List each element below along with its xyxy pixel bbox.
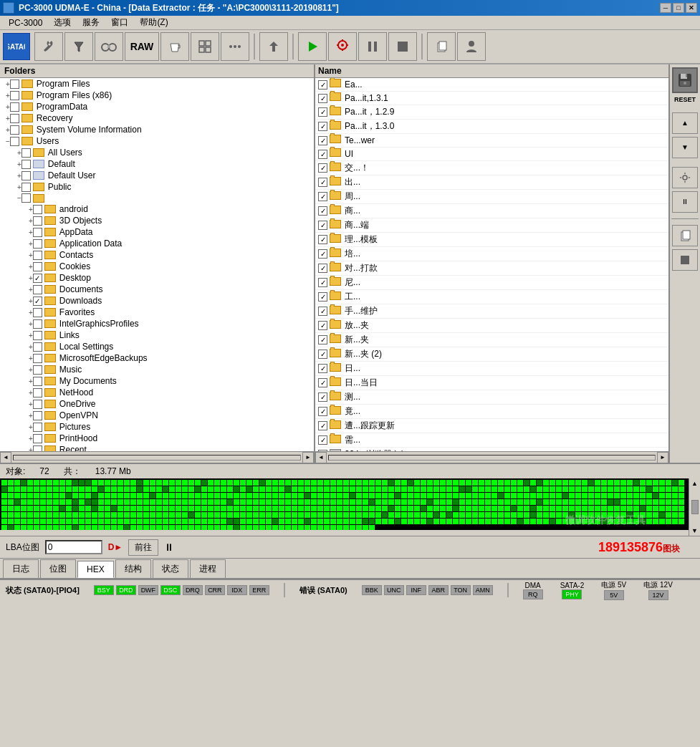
file-row[interactable]: UI [315,148,668,161]
close-button[interactable]: ✕ [686,3,697,13]
cursor-button[interactable] [328,32,357,61]
minimize-button[interactable]: ─ [660,3,671,13]
tab-structure[interactable]: 结构 [115,559,151,578]
right-down-button[interactable]: ▼ [672,137,698,158]
tab-log[interactable]: 日志 [3,559,39,578]
tree-checkbox[interactable] [33,434,42,443]
file-row[interactable]: 工... [315,290,668,304]
file-row[interactable]: 出... [315,175,668,190]
file-row[interactable]: 日...当日 [315,376,668,390]
tree-item-music[interactable]: + Music [0,364,314,375]
file-checkbox[interactable] [318,364,327,373]
file-list[interactable]: Ea...Pa...it,1.3.1Pa...it，1.2.9Pa...it，1… [315,78,668,451]
file-row[interactable]: 日... [315,362,668,376]
file-checkbox[interactable] [318,321,327,330]
file-checkbox[interactable] [318,94,327,103]
folder-tree[interactable]: + Program Files + Program Files (x86) + … [0,78,314,451]
tree-item-favorites[interactable]: + Favorites [0,307,314,318]
file-checkbox[interactable] [318,335,327,344]
file-checkbox[interactable] [318,392,327,402]
file-checkbox[interactable] [318,178,327,187]
pc3000-menu[interactable]: PC-3000 [3,16,48,29]
tree-checkbox-checked[interactable] [33,297,42,306]
tree-item-default[interactable]: + Default [0,158,314,170]
tab-progress[interactable]: 进程 [190,559,226,578]
disk-button[interactable] [672,67,698,93]
file-row[interactable]: 交...！ [315,161,668,175]
file-row[interactable]: 新...夹 [315,333,668,347]
file-row[interactable]: Te...wer [315,134,668,148]
tree-item-sysvolinfo[interactable]: + System Volume Information [0,124,314,135]
tree-checkbox[interactable] [33,228,42,237]
right-up-button[interactable]: ▲ [672,112,698,134]
tree-checkbox[interactable] [33,205,42,214]
file-checkbox[interactable] [318,235,327,244]
tree-item-nethood[interactable]: + NetHood [0,387,314,398]
file-horizontal-scrollbar[interactable]: ◄ ► [315,451,668,463]
tree-item-mydocs[interactable]: + My Documents [0,375,314,387]
tree-checkbox-checked[interactable] [33,274,42,283]
lba-input[interactable] [45,540,102,554]
tree-item-intelgraphics[interactable]: + IntelGraphicsProfiles [0,318,314,329]
pause-button[interactable] [358,32,387,61]
options-menu[interactable]: 选项 [48,15,77,30]
file-checkbox[interactable] [318,136,327,145]
upload-button[interactable] [259,32,288,61]
right-settings-button[interactable] [672,167,698,188]
lba-goto-button[interactable]: 前往 [128,539,158,556]
tree-item-allusers[interactable]: + All Users [0,147,314,158]
file-row[interactable]: 理...模板 [315,233,668,247]
file-row[interactable]: 培... [315,247,668,261]
file-checkbox[interactable] [318,206,327,216]
right-stop-button[interactable] [672,249,698,271]
tree-item-openvpn[interactable]: + OpenVPN [0,410,314,421]
tree-item-recent[interactable]: + Recent [0,444,314,451]
file-row[interactable]: 新...夹 (2) [315,347,668,362]
tree-checkbox[interactable] [33,400,42,409]
tree-item-program-files-x86[interactable]: + Program Files (x86) [0,90,314,101]
file-row[interactable]: 对...打款 [315,261,668,276]
tree-checkbox[interactable] [33,308,42,317]
tree-checkbox[interactable] [33,331,42,340]
file-checkbox[interactable] [318,249,327,259]
file-row[interactable]: 竟... [315,405,668,419]
tab-bitmap[interactable]: 位图 [40,559,76,578]
tree-checkbox[interactable] [33,411,42,420]
tree-item-downloads[interactable]: + Downloads [0,295,314,307]
play-button[interactable] [298,32,327,61]
file-checkbox[interactable] [318,435,327,445]
wrench-button[interactable] [34,32,63,61]
file-row[interactable]: 遭...跟踪更新 [315,419,668,433]
file-row[interactable]: Pa...it,1.3.1 [315,92,668,105]
tree-checkbox[interactable] [33,423,42,432]
file-row[interactable]: 放...夹 [315,319,668,333]
tree-item-application-data[interactable]: + Application Data [0,238,314,249]
file-checkbox[interactable] [318,307,327,316]
tree-item-programdata[interactable]: + ProgramData [0,101,314,112]
file-checkbox[interactable] [318,192,327,201]
tree-checkbox[interactable] [33,388,42,397]
tree-item-cookies[interactable]: + Cookies [0,261,314,272]
tree-checkbox[interactable] [21,183,31,192]
tree-checkbox[interactable] [33,342,42,352]
file-row[interactable]: 需... [315,433,668,448]
tree-item-pictures[interactable]: + Pictures [0,421,314,433]
file-checkbox[interactable] [318,122,327,131]
file-checkbox[interactable] [318,221,327,230]
tree-item-msedgebackups[interactable]: + MicrosoftEdgeBackups [0,352,314,364]
tree-checkbox[interactable] [33,216,42,226]
raw-button[interactable]: RAW [125,32,159,61]
tree-item-android[interactable]: + android [0,203,314,215]
file-row[interactable]: 周... [315,190,668,204]
tree-checkbox[interactable] [33,239,42,249]
file-row[interactable]: Pa...it，1.2.9 [315,105,668,120]
file-row[interactable]: Ea... [315,78,668,92]
maximize-button[interactable]: □ [673,3,684,13]
right-pause-button[interactable]: ⏸ [672,191,698,213]
tree-checkbox[interactable] [10,114,19,123]
tree-checkbox[interactable] [33,354,42,363]
file-checkbox[interactable] [318,150,327,159]
stop-button[interactable] [388,32,417,61]
tree-item-documents[interactable]: + Documents [0,284,314,295]
tree-item-contacts[interactable]: + Contacts [0,249,314,261]
